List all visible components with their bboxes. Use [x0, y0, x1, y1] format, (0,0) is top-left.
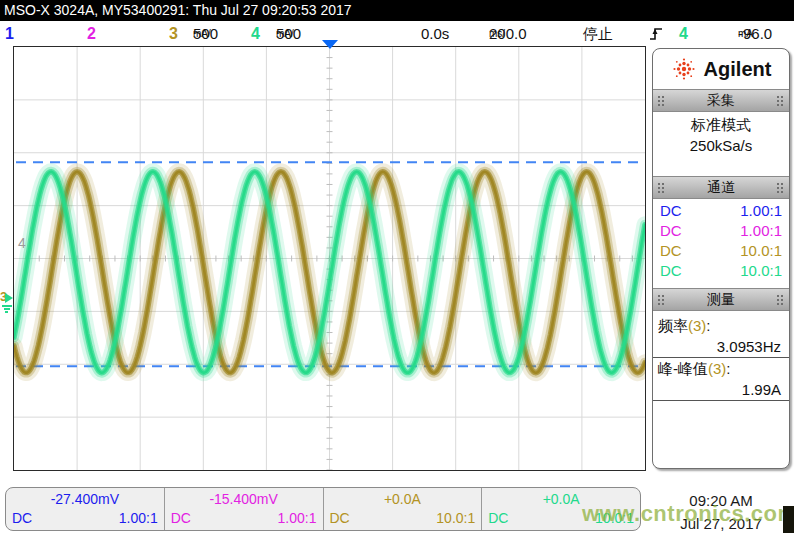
channel2-button[interactable]: 2: [87, 21, 96, 46]
instrument-title: MSO-X 3024A, MY53400291: Thu Jul 27 09:2…: [4, 2, 352, 18]
channel4-ground-marker-icon[interactable]: [5, 293, 13, 303]
measurement-frequency[interactable]: 频率(3): 3.0953Hz: [653, 315, 789, 358]
run-state-indicator[interactable]: 停止: [583, 21, 613, 46]
channel-offset-value: +0.0A: [330, 490, 476, 509]
probe-ratio: 10.0:1: [740, 241, 782, 261]
grip-dots-icon: [776, 182, 785, 194]
title-bar: MSO-X 3024A, MY53400291: Thu Jul 27 09:2…: [0, 0, 794, 21]
brand-header: Agilent: [653, 49, 789, 89]
channel3-status-box[interactable]: +0.0A DC10.0:1: [324, 488, 483, 530]
channel4-button[interactable]: 4: [251, 21, 260, 46]
measurements-list: 频率(3): 3.0953Hz 峰-峰值(3): 1.99A: [653, 311, 789, 401]
channel-offset-value: -27.400mV: [12, 490, 158, 509]
probe-ratio: 1.00:1: [740, 221, 782, 241]
coupling-label: DC: [12, 509, 32, 528]
coupling-label: DC: [660, 241, 682, 261]
channel-settings-list: DC 1.00:1 DC 1.00:1 DC 10.0:1 DC 10.0:1: [653, 199, 789, 285]
status-toolbar: 1 2 3 500mA/ 4 500mA/ 0.0s 200.0ms/ 停止 4…: [0, 21, 794, 46]
measurement-colon: :: [726, 360, 730, 377]
channels-section-header[interactable]: 通道: [653, 176, 789, 199]
channel-status-bar: -27.400mV DC1.00:1 -15.400mV DC1.00:1 +0…: [5, 487, 641, 531]
measurement-colon: :: [706, 317, 710, 334]
channel4-scale-unit: mA/: [276, 21, 294, 46]
probe-ratio: 1.00:1: [740, 201, 782, 221]
brand-name: Agilent: [704, 58, 772, 81]
agilent-logo-icon: [671, 56, 697, 82]
channel3-button[interactable]: 3: [169, 21, 178, 46]
channel2-status-box[interactable]: -15.400mV DC1.00:1: [165, 488, 324, 530]
acquisition-info: 标准模式 250kSa/s: [653, 112, 789, 160]
channel3-scale-unit: mA/: [193, 21, 211, 46]
watermark-text: www.cntronics.com: [582, 501, 794, 527]
coupling-label: DC: [330, 509, 350, 528]
sample-rate: 250kSa/s: [653, 135, 789, 156]
sidebar-panel: Agilent 采集 标准模式 250kSa/s 通道 DC 1.00:1 DC…: [652, 48, 790, 469]
measurement-source: (3): [708, 360, 726, 377]
measurement-value: 3.0953Hz: [653, 336, 789, 358]
probe-ratio: 10.0:1: [436, 509, 475, 528]
time-offset-readout[interactable]: 0.0s: [421, 21, 449, 46]
probe-ratio: 10.0:1: [740, 261, 782, 281]
measurement-label: 峰-峰值: [658, 360, 708, 377]
measurements-section-title: 测量: [707, 291, 735, 309]
acquisition-section-header[interactable]: 采集: [653, 89, 789, 112]
channel-offset-value: -15.400mV: [171, 490, 317, 509]
acquisition-section-title: 采集: [707, 92, 735, 110]
channel3-settings-row[interactable]: DC 10.0:1: [653, 241, 789, 261]
timebase-unit: ms/: [489, 21, 505, 46]
coupling-label: DC: [171, 509, 191, 528]
watermark-corner-block: [783, 506, 794, 533]
coupling-label: DC: [660, 261, 682, 281]
trigger-position-marker-icon[interactable]: [322, 40, 338, 49]
channel1-status-box[interactable]: -27.400mV DC1.00:1: [6, 488, 165, 530]
channel2-settings-row[interactable]: DC 1.00:1: [653, 221, 789, 241]
grip-dots-icon: [657, 294, 666, 306]
measurement-source: (3): [688, 317, 706, 334]
channel4-ground-symbol-icon: [1, 304, 12, 313]
grip-dots-icon: [776, 95, 785, 107]
measurement-label: 频率: [658, 317, 688, 334]
probe-ratio: 1.00:1: [119, 509, 158, 528]
channels-section-title: 通道: [707, 179, 735, 197]
grip-dots-icon: [657, 95, 666, 107]
channel1-settings-row[interactable]: DC 1.00:1: [653, 201, 789, 221]
measurement-value: 1.99A: [653, 379, 789, 401]
probe-ratio: 1.00:1: [278, 509, 317, 528]
coupling-label: DC: [660, 221, 682, 241]
measurement-peak-to-peak[interactable]: 峰-峰值(3): 1.99A: [653, 358, 789, 401]
grip-dots-icon: [657, 182, 666, 194]
trigger-level-unit: mA: [738, 21, 753, 46]
waveform-canvas: [14, 47, 645, 470]
coupling-label: DC: [488, 509, 508, 528]
waveform-display: 4: [13, 46, 646, 471]
channel4-settings-row[interactable]: DC 10.0:1: [653, 261, 789, 281]
acquisition-mode: 标准模式: [653, 114, 789, 135]
oscilloscope-screen: { "title_bar": { "text": "MSO-X 3024A, M…: [0, 0, 794, 535]
trigger-edge-icon: [649, 25, 663, 42]
coupling-label: DC: [660, 201, 682, 221]
channel1-button[interactable]: 1: [5, 21, 14, 46]
trigger-source-readout[interactable]: 4: [679, 21, 688, 46]
grip-dots-icon: [776, 294, 785, 306]
measurements-section-header[interactable]: 测量: [653, 288, 789, 311]
channel4-level-label: 4: [18, 235, 26, 251]
